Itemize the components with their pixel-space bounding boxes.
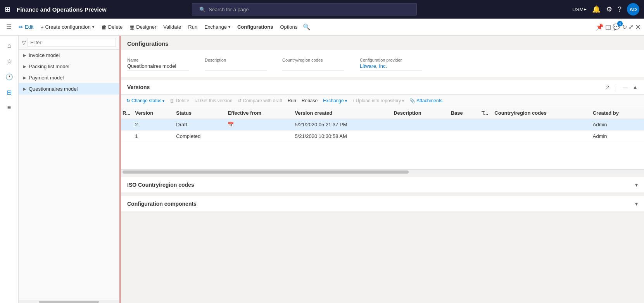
- cell-version-created: 5/21/2020 05:21:37 PM: [292, 119, 390, 131]
- chevron-right-icon: ▶: [23, 64, 26, 69]
- tree-item-payment[interactable]: ▶ Payment model: [19, 72, 119, 83]
- chevron-right-icon: ▶: [23, 53, 26, 57]
- provider-value[interactable]: Litware, Inc.: [360, 63, 422, 71]
- delete-button[interactable]: 🗑 Delete: [98, 22, 126, 32]
- chevron-down-icon-exchange2: ▾: [345, 99, 347, 103]
- search-bar[interactable]: 🔍 Search for a page: [192, 3, 417, 15]
- tree-item-questionnaires[interactable]: ▶ Questionnaires model: [19, 83, 119, 95]
- description-label: Description: [205, 58, 267, 62]
- exchange-button[interactable]: Exchange ▾: [201, 22, 233, 31]
- tree-filter: ▽: [19, 36, 119, 50]
- iso-section-header[interactable]: ISO Country/region codes ▾: [121, 177, 644, 193]
- get-this-version-button[interactable]: ☑ Get this version: [192, 97, 235, 105]
- iso-section-title: ISO Country/region codes: [127, 182, 635, 188]
- configurations-button[interactable]: Configurations: [234, 22, 276, 31]
- section-title: Configurations: [127, 40, 169, 47]
- config-detail: Name Questionnaires model Description Co…: [121, 50, 644, 77]
- tree-item-label-selected: Questionnaires model: [29, 86, 78, 92]
- config-components-header[interactable]: Configuration components ▾: [121, 196, 644, 212]
- cmd-right-icons: 📌 ◫ 💬 4 ↻ ⤢ ✕: [596, 23, 641, 31]
- col-t[interactable]: T...: [478, 107, 491, 119]
- main-content: Configurations Name Questionnaires model…: [121, 36, 644, 303]
- description-value: [205, 63, 267, 71]
- app-grid-icon[interactable]: ⊞: [5, 5, 10, 14]
- tree-item-label: Invoice model: [29, 52, 60, 58]
- name-label: Name: [127, 58, 189, 62]
- col-country-region[interactable]: Country/region codes: [491, 107, 589, 119]
- open-in-new-icon[interactable]: ⤢: [628, 23, 634, 31]
- rebase-button[interactable]: Rebase: [299, 97, 320, 105]
- refresh-icon[interactable]: ↻: [622, 23, 627, 31]
- versions-count: 2: [606, 84, 609, 90]
- run-button[interactable]: Run: [185, 22, 200, 31]
- pin-icon[interactable]: 📌: [596, 23, 604, 31]
- horizontal-scrollbar[interactable]: [121, 169, 644, 174]
- country-region-field: Country/region codes: [282, 58, 344, 71]
- chevron-down-icon-status: ▾: [162, 99, 164, 103]
- tree-item-invoice[interactable]: ▶ Invoice model: [19, 50, 119, 61]
- sidebar-recent-icon[interactable]: 🕐: [2, 70, 16, 84]
- sidebar-icons: ⌂ ☆ 🕐 ⊟ ≡: [0, 36, 19, 303]
- chevron-down-icon-iso: ▾: [635, 182, 638, 188]
- name-value: Questionnaires model: [127, 63, 189, 71]
- designer-icon: ▦: [129, 24, 135, 30]
- cell-status: Draft: [173, 119, 224, 131]
- compare-with-draft-button[interactable]: ↺ Compare with draft: [235, 97, 284, 105]
- col-base[interactable]: Base: [448, 107, 478, 119]
- calendar-icon[interactable]: 📅: [228, 122, 234, 127]
- cell-status: Completed: [173, 131, 224, 142]
- versions-table: R... Version Status Effective from Versi…: [121, 107, 644, 142]
- edit-button[interactable]: ✏ Edit: [16, 22, 36, 32]
- col-created-by[interactable]: Created by: [590, 107, 644, 119]
- col-description[interactable]: Description: [390, 107, 447, 119]
- upload-into-repository-button[interactable]: ↑ Upload into repository ▾: [350, 97, 407, 105]
- cmd-search-icon[interactable]: 🔍: [303, 23, 311, 31]
- provider-field: Configuration provider Litware, Inc.: [360, 58, 422, 71]
- options-button[interactable]: Options: [277, 22, 300, 31]
- description-field: Description: [205, 58, 267, 71]
- notification-icon[interactable]: 🔔: [592, 5, 601, 14]
- close-icon[interactable]: ✕: [635, 23, 641, 31]
- app-title: Finance and Operations Preview: [17, 6, 107, 13]
- table-row[interactable]: 1 Completed 5/21/2020 10:30:58 AM Admin: [121, 131, 644, 142]
- tree-item-label: Payment model: [29, 75, 64, 81]
- check-icon: ☑: [195, 98, 199, 103]
- change-status-button[interactable]: ↻ Change status ▾: [124, 97, 167, 105]
- hamburger-button[interactable]: ☰: [3, 22, 15, 32]
- provider-label: Configuration provider: [360, 58, 422, 62]
- sidebar-home-icon[interactable]: ⌂: [2, 39, 16, 53]
- scrollbar-thumb[interactable]: [123, 170, 409, 174]
- create-configuration-button[interactable]: + Create configuration ▾: [37, 22, 97, 32]
- versions-collapse-icon[interactable]: ▲: [632, 84, 638, 90]
- versions-delete-button[interactable]: 🗑 Delete: [167, 97, 192, 105]
- sidebar-grid-icon[interactable]: ⊟: [2, 85, 16, 99]
- cell-base: [448, 131, 478, 142]
- expand-icon[interactable]: ◫: [605, 23, 611, 31]
- attachments-button[interactable]: 📎 Attachments: [407, 97, 445, 105]
- col-status[interactable]: Status: [173, 107, 224, 119]
- col-version-created[interactable]: Version created: [292, 107, 390, 119]
- trash-icon-versions: 🗑: [170, 98, 174, 103]
- plus-icon: +: [40, 24, 43, 30]
- tree-item-packing[interactable]: ▶ Packing list model: [19, 61, 119, 72]
- help-icon[interactable]: ?: [618, 5, 622, 14]
- avatar[interactable]: AD: [627, 3, 639, 15]
- designer-button[interactable]: ▦ Designer: [126, 22, 159, 32]
- filter-input[interactable]: [28, 38, 116, 47]
- col-version[interactable]: Version: [132, 107, 173, 119]
- sidebar-star-icon[interactable]: ☆: [2, 54, 16, 68]
- versions-exchange-button[interactable]: Exchange ▾: [321, 97, 349, 105]
- sidebar-list-icon[interactable]: ≡: [2, 101, 16, 115]
- col-effective-from[interactable]: Effective from: [224, 107, 292, 119]
- validate-button[interactable]: Validate: [160, 22, 184, 31]
- settings-icon[interactable]: ⚙: [606, 5, 612, 14]
- cell-effective-from: [224, 131, 292, 142]
- config-components-title: Configuration components: [127, 201, 635, 207]
- table-row[interactable]: 2 Draft 📅 5/21/2020 05:21:37 PM Admin: [121, 119, 644, 131]
- main-layout: ⌂ ☆ 🕐 ⊟ ≡ ▽ ▶ Invoice model ▶ Packing li…: [0, 36, 644, 303]
- versions-run-button[interactable]: Run: [285, 97, 299, 105]
- cell-version: 1: [132, 131, 173, 142]
- row-indicator: [121, 119, 132, 131]
- paperclip-icon: 📎: [409, 98, 415, 103]
- search-placeholder: Search for a page: [209, 7, 249, 12]
